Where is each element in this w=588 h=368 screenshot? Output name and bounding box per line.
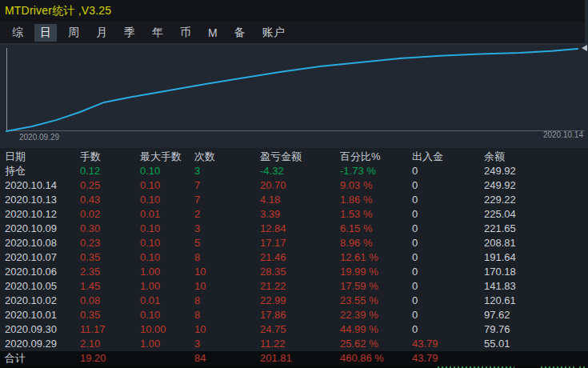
cell: 2020.10.08 <box>0 236 76 250</box>
row-2020-10-06: 2020.10.062.351.001028.3519.99 %0170.18 <box>0 265 588 279</box>
cell: 2020.10.14 <box>0 178 76 193</box>
tab-日[interactable]: 日 <box>34 24 57 42</box>
cell: 22.99 <box>256 294 336 308</box>
cell: 2 <box>190 207 256 222</box>
cell: 0.10 <box>136 236 190 250</box>
window-edge <box>585 0 588 43</box>
cell: 11.17 <box>76 322 136 337</box>
cell: 最大手数 <box>136 148 190 164</box>
cell: 43.79 <box>408 337 480 351</box>
tab-M[interactable]: M <box>202 25 223 41</box>
cell: 11.22 <box>256 337 336 351</box>
cell: -4.32 <box>256 164 336 178</box>
cell: 8 <box>190 250 256 265</box>
cell: 0.35 <box>76 250 136 265</box>
cell: 3 <box>190 222 256 236</box>
cell: 出入金 <box>408 148 480 164</box>
cell: 0 <box>408 222 480 236</box>
cell: 2020.10.02 <box>0 294 76 308</box>
cell: 0.35 <box>76 308 136 322</box>
cell: 百分比% <box>336 148 408 164</box>
row-total: 合计19.2084201.81460.86 %43.79 <box>0 351 588 366</box>
cell: 2020.10.05 <box>0 279 76 294</box>
cell: 28.35 <box>256 265 336 279</box>
cell: 0 <box>408 236 480 250</box>
cell: 8 <box>190 308 256 322</box>
cell: 0 <box>408 308 480 322</box>
cell: 0.08 <box>76 294 136 308</box>
cell: 17.59 % <box>336 279 408 294</box>
tab-币[interactable]: 币 <box>174 24 197 42</box>
cell <box>480 351 588 366</box>
cell: 0 <box>408 322 480 337</box>
row-2020-09-30: 2020.09.3011.1710.001024.7544.99 %079.76 <box>0 322 588 337</box>
cell: 1.86 % <box>336 193 408 207</box>
cell: 0.10 <box>136 178 190 193</box>
cell: 2.35 <box>76 265 136 279</box>
title-bar: MTDriver统计 ,V3.25 <box>0 0 588 22</box>
row-2020-10-02: 2020.10.020.080.01822.9923.55 %0120.61 <box>0 294 588 308</box>
row-2020-10-05: 2020.10.051.451.001021.2217.59 %0141.83 <box>0 279 588 294</box>
cell: 8.96 % <box>336 236 408 250</box>
cell: 20.70 <box>256 178 336 193</box>
cell: 84 <box>190 351 256 366</box>
cell: 12.84 <box>256 222 336 236</box>
row-position: 持仓0.120.103-4.32-1.73 %0249.92 <box>0 164 588 178</box>
chart-right-marker-icon <box>582 45 587 51</box>
cell: 1.00 <box>136 337 190 351</box>
cell: 21.46 <box>256 250 336 265</box>
tab-账户[interactable]: 账户 <box>257 24 290 42</box>
cell: 249.92 <box>480 164 588 178</box>
cell: 10 <box>190 265 256 279</box>
cell: 0 <box>408 250 480 265</box>
cell: 8 <box>190 294 256 308</box>
cell: 5 <box>190 236 256 250</box>
cell: 141.83 <box>480 279 588 294</box>
cell: 手数 <box>76 148 136 164</box>
row-2020-10-01: 2020.10.010.350.10817.8622.39 %097.62 <box>0 308 588 322</box>
tab-综[interactable]: 综 <box>6 24 29 42</box>
tab-季[interactable]: 季 <box>118 24 141 42</box>
cell: -1.73 % <box>336 164 408 178</box>
cell: 170.18 <box>480 265 588 279</box>
cell: 208.81 <box>480 236 588 250</box>
cell <box>136 351 190 366</box>
cell: 0.25 <box>76 178 136 193</box>
cell: 225.04 <box>480 207 588 222</box>
chart-end-date-label: 2020.10.14 <box>543 130 583 139</box>
cell: 0 <box>408 294 480 308</box>
cell: 4.18 <box>256 193 336 207</box>
cell: 2020.10.07 <box>0 250 76 265</box>
cell: 2020.10.09 <box>0 222 76 236</box>
cell: 0 <box>408 164 480 178</box>
mtdriver-stats-window: MTDriver统计 ,V3.25 综日周月季年币M备账户 2020.09.29… <box>0 0 588 368</box>
cell: 55.01 <box>480 337 588 351</box>
cell: 10 <box>190 322 256 337</box>
row-2020-10-13: 2020.10.130.430.1074.181.86 %0229.22 <box>0 193 588 207</box>
cell: 97.62 <box>480 308 588 322</box>
tab-周[interactable]: 周 <box>62 24 85 42</box>
cell: 0.12 <box>76 164 136 178</box>
cell: 2020.10.01 <box>0 308 76 322</box>
cell: 0.30 <box>76 222 136 236</box>
cell: 日期 <box>0 148 76 164</box>
cell: 79.76 <box>480 322 588 337</box>
cell: 25.62 % <box>336 337 408 351</box>
cell: 0 <box>408 279 480 294</box>
cell: 460.86 % <box>336 351 408 366</box>
cell: 0.10 <box>136 164 190 178</box>
stats-table: 日期手数最大手数次数盈亏金额百分比%出入金余额持仓0.120.103-4.32-… <box>0 148 588 366</box>
tab-月[interactable]: 月 <box>90 24 113 42</box>
chart-start-date-label: 2020.09.29 <box>19 133 59 142</box>
cell: 次数 <box>190 148 256 164</box>
row-2020-10-12: 2020.10.120.020.0123.391.53 %0225.04 <box>0 207 588 222</box>
window-title: MTDriver统计 ,V3.25 <box>5 4 111 18</box>
cell: 3 <box>190 164 256 178</box>
cell: 22.39 % <box>336 308 408 322</box>
tab-备[interactable]: 备 <box>229 24 251 42</box>
cell: 合计 <box>0 351 76 366</box>
tab-年[interactable]: 年 <box>146 24 169 42</box>
cell: 21.22 <box>256 279 336 294</box>
cell: 24.75 <box>256 322 336 337</box>
cell: 1.00 <box>136 279 190 294</box>
